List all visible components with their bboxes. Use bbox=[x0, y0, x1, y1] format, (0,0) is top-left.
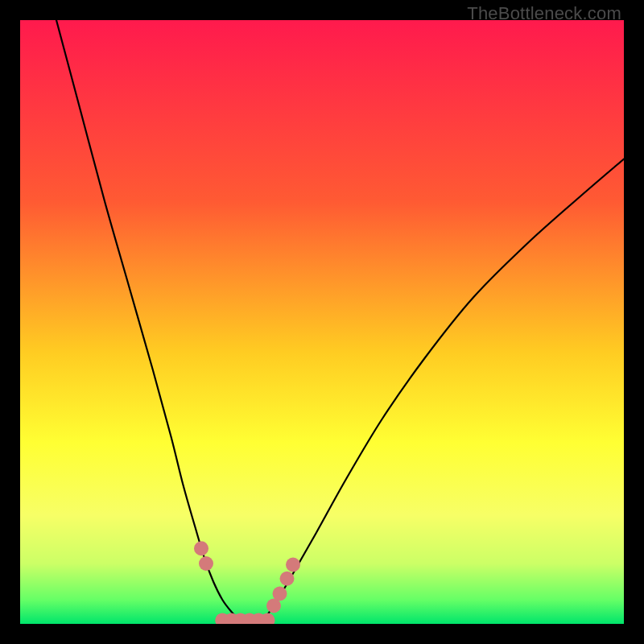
marker-point bbox=[199, 556, 213, 571]
watermark-text: TheBottleneck.com bbox=[467, 3, 621, 24]
bottleneck-markers bbox=[194, 541, 300, 624]
curves-layer bbox=[20, 20, 624, 624]
marker-point bbox=[286, 558, 300, 572]
chart-frame: TheBottleneck.com bbox=[0, 0, 644, 644]
right-curve bbox=[250, 159, 624, 625]
marker-point bbox=[280, 572, 295, 586]
left-curve bbox=[56, 20, 250, 624]
plot-area bbox=[20, 20, 624, 624]
marker-point bbox=[194, 541, 208, 555]
marker-point bbox=[273, 587, 287, 601]
